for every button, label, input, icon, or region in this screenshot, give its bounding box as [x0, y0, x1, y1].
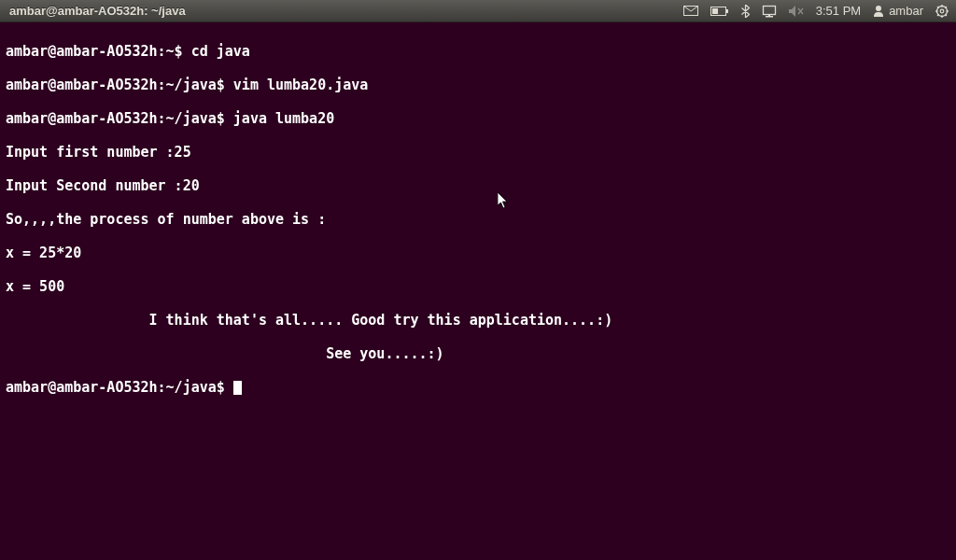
terminal-line: ambar@ambar-AO532h:~$ cd java [6, 43, 950, 60]
battery-icon[interactable] [710, 7, 729, 16]
terminal-output: Input Second number :20 [6, 177, 950, 194]
svg-point-9 [940, 9, 944, 13]
bluetooth-icon[interactable] [741, 5, 750, 18]
prompt: ambar@ambar-AO532h:~/java$ [6, 110, 233, 127]
prompt: ambar@ambar-AO532h:~/java$ [6, 77, 233, 93]
svg-rect-6 [768, 14, 770, 16]
mail-icon[interactable] [683, 6, 698, 16]
volume-mute-icon[interactable] [789, 6, 804, 17]
user-menu[interactable]: ambar [873, 4, 923, 18]
terminal-output: x = 500 [6, 278, 950, 295]
window-title: ambar@ambar-AO532h: ~/java [9, 4, 683, 18]
titlebar: ambar@ambar-AO532h: ~/java 3:51 PM ambar [0, 0, 956, 22]
cursor [233, 381, 242, 395]
svg-point-7 [876, 6, 881, 11]
gear-icon[interactable] [935, 5, 949, 18]
terminal-output: See you.....:) [6, 345, 950, 362]
terminal-output: I think that's all..... Good try this ap… [6, 312, 950, 329]
prompt: ambar@ambar-AO532h:~/java$ [6, 379, 233, 396]
terminal-line: ambar@ambar-AO532h:~/java$ vim lumba20.j… [6, 77, 950, 93]
clock[interactable]: 3:51 PM [816, 4, 861, 18]
terminal[interactable]: ambar@ambar-AO532h:~$ cd java ambar@amba… [0, 22, 956, 416]
network-icon[interactable] [762, 5, 777, 18]
user-name: ambar [889, 4, 923, 18]
terminal-line: ambar@ambar-AO532h:~/java$ [6, 379, 950, 396]
command: java lumba20 [233, 110, 334, 127]
terminal-output: So,,,,the process of number above is : [6, 211, 950, 228]
user-icon [873, 5, 884, 17]
prompt: ambar@ambar-AO532h:~$ [6, 43, 191, 60]
command: vim lumba20.java [233, 77, 369, 93]
system-tray: 3:51 PM ambar [683, 4, 949, 18]
svg-rect-5 [766, 16, 773, 18]
terminal-output: x = 25*20 [6, 245, 950, 261]
terminal-line: ambar@ambar-AO532h:~/java$ java lumba20 [6, 110, 950, 127]
terminal-output: Input first number :25 [6, 144, 950, 161]
svg-rect-3 [712, 8, 718, 14]
svg-rect-2 [726, 9, 728, 13]
svg-rect-4 [763, 6, 775, 14]
command: cd java [191, 43, 250, 60]
